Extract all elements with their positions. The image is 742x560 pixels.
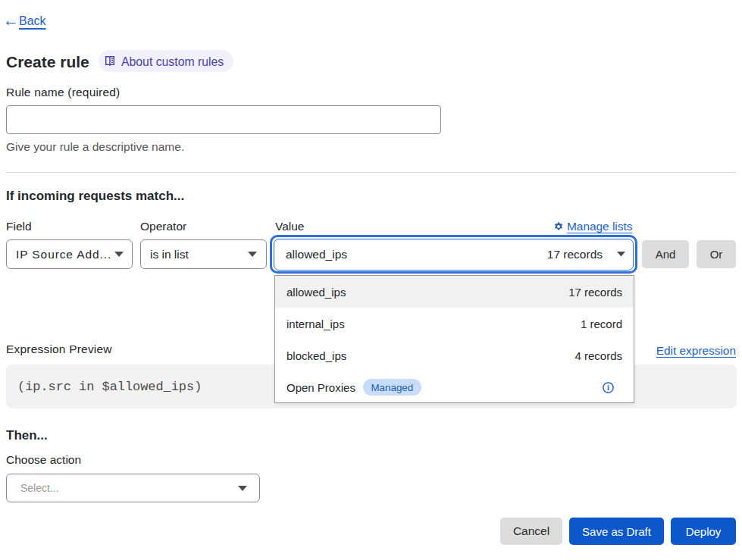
svg-text:i: i [607, 383, 609, 392]
